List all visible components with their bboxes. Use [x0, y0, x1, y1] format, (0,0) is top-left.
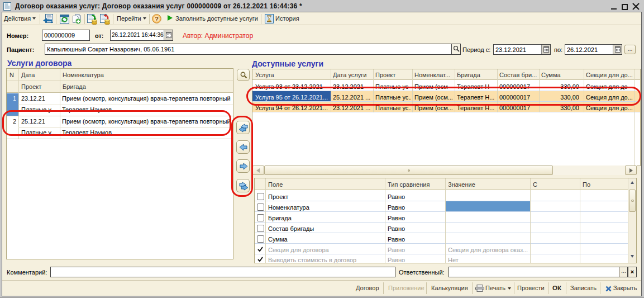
- svg-text:?: ?: [155, 16, 159, 22]
